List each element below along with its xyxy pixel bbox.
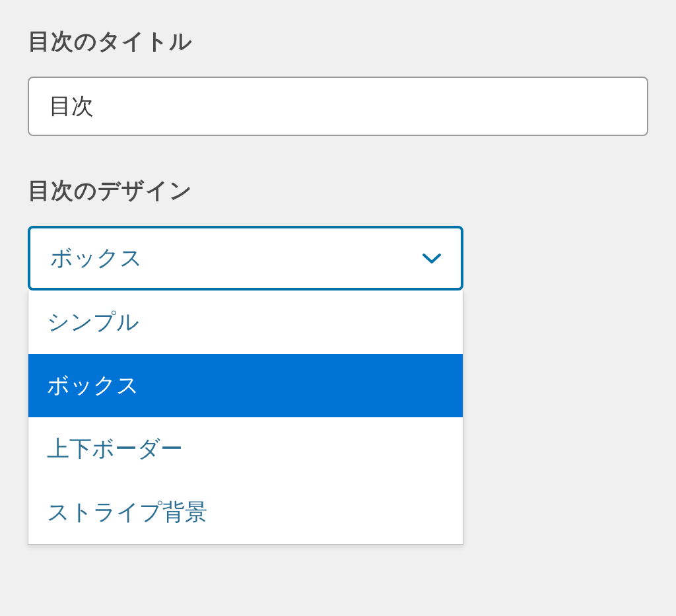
toc-title-input[interactable] xyxy=(28,77,648,136)
chevron-down-icon xyxy=(422,249,441,267)
dropdown-option-stripe-bg[interactable]: ストライプ背景 xyxy=(28,481,463,544)
toc-design-field: 目次のデザイン ボックス シンプル ボックス 上下ボーダー ストライプ背景 xyxy=(28,176,648,291)
toc-design-dropdown: シンプル ボックス 上下ボーダー ストライプ背景 xyxy=(28,291,463,545)
toc-title-field: 目次のタイトル xyxy=(28,26,648,136)
dropdown-option-top-bottom-border[interactable]: 上下ボーダー xyxy=(28,417,463,481)
toc-title-label: 目次のタイトル xyxy=(28,26,648,57)
toc-design-selected-value: ボックス xyxy=(50,243,143,273)
toc-design-select[interactable]: ボックス xyxy=(28,226,463,291)
dropdown-option-box[interactable]: ボックス xyxy=(28,354,463,417)
dropdown-option-simple[interactable]: シンプル xyxy=(28,291,463,354)
toc-design-label: 目次のデザイン xyxy=(28,176,648,206)
toc-design-select-wrapper: ボックス シンプル ボックス 上下ボーダー ストライプ背景 xyxy=(28,226,463,291)
